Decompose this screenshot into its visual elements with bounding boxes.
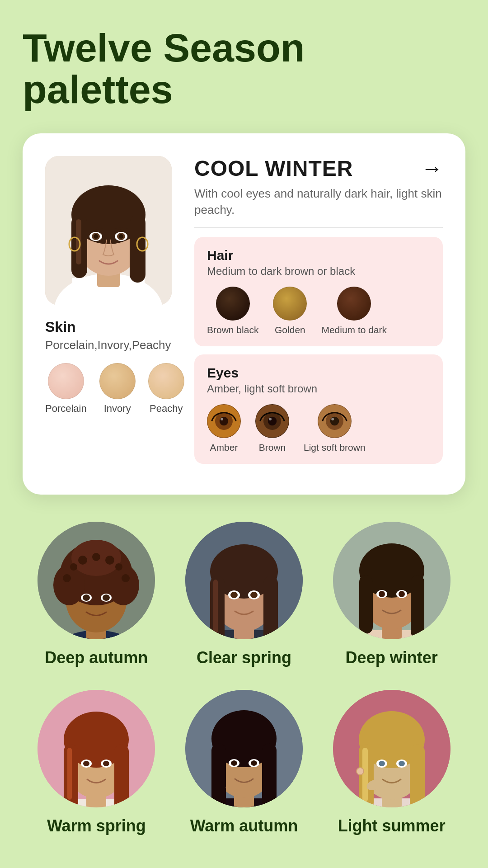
svg-rect-67 bbox=[359, 575, 373, 634]
hair-swatch-mediumdark: Medium to dark bbox=[321, 287, 387, 335]
deep-winter-label: Deep winter bbox=[346, 648, 438, 667]
svg-point-95 bbox=[251, 760, 257, 766]
clear-spring-label: Clear spring bbox=[197, 648, 291, 667]
person-grid: Deep autumn bbox=[23, 522, 465, 835]
light-summer-label: Light summer bbox=[338, 816, 446, 835]
svg-rect-91 bbox=[262, 743, 277, 807]
svg-point-29 bbox=[331, 418, 334, 420]
eyes-trait-card: Eyes Amber, light soft brown bbox=[194, 354, 443, 464]
deep-autumn-label: Deep autumn bbox=[45, 648, 148, 667]
skin-swatches: Porcelain Invory Peachy bbox=[45, 363, 184, 415]
svg-point-40 bbox=[78, 556, 87, 565]
svg-rect-9 bbox=[76, 219, 81, 264]
person-clear-spring[interactable]: Clear spring bbox=[176, 522, 312, 667]
svg-point-93 bbox=[231, 760, 237, 766]
svg-rect-80 bbox=[67, 748, 72, 800]
svg-point-59 bbox=[230, 592, 238, 598]
brown-eye-circle bbox=[255, 404, 289, 438]
svg-point-39 bbox=[70, 563, 77, 571]
eyes-swatches: Amber Brown bbox=[207, 404, 430, 453]
svg-point-21 bbox=[221, 418, 223, 420]
hair-trait-title: Hair bbox=[207, 248, 430, 263]
person-circle-warm-autumn bbox=[185, 690, 303, 807]
golden-label: Golden bbox=[275, 324, 305, 335]
warm-spring-label: Warm spring bbox=[47, 816, 146, 835]
skin-section-subtitle: Porcelain,Invory,Peachy bbox=[45, 338, 171, 352]
hair-trait-subtitle: Medium to dark brown or black bbox=[207, 265, 430, 278]
mediumdark-label: Medium to dark bbox=[321, 324, 387, 335]
hair-swatch-golden: Golden bbox=[273, 287, 307, 335]
person-warm-autumn[interactable]: Warm autumn bbox=[176, 690, 312, 835]
season-title: COOL WINTER bbox=[194, 156, 353, 181]
skin-swatch-porcelain: Porcelain bbox=[45, 363, 87, 415]
arrow-icon[interactable]: → bbox=[421, 156, 443, 181]
person-circle-deep-winter bbox=[333, 522, 450, 639]
svg-point-109 bbox=[399, 761, 405, 766]
svg-point-47 bbox=[83, 594, 90, 601]
person-light-summer[interactable]: Light summer bbox=[324, 690, 460, 835]
mediumdark-circle bbox=[337, 287, 371, 321]
divider bbox=[194, 227, 443, 228]
porcelain-circle bbox=[48, 363, 84, 399]
eye-swatch-lightbrown: Ligt soft brown bbox=[304, 404, 366, 453]
svg-point-72 bbox=[399, 591, 405, 597]
person-deep-winter[interactable]: Deep winter bbox=[324, 522, 460, 667]
eye-swatch-amber: Amber bbox=[207, 404, 241, 453]
page-container: Twelve Season palettes bbox=[0, 0, 488, 868]
brownblack-label: Brown black bbox=[207, 324, 258, 335]
peachy-label: Peachy bbox=[150, 403, 183, 415]
skin-swatch-peachy: Peachy bbox=[148, 363, 184, 415]
svg-point-61 bbox=[250, 592, 258, 598]
page-title: Twelve Season palettes bbox=[23, 27, 465, 111]
main-card: Skin Porcelain,Invory,Peachy Porcelain I… bbox=[23, 133, 465, 495]
ivory-label: Invory bbox=[104, 403, 131, 415]
season-description: With cool eyes and naturally dark hair, … bbox=[194, 185, 443, 218]
skin-section-title: Skin bbox=[45, 319, 76, 335]
person-deep-autumn[interactable]: Deep autumn bbox=[28, 522, 164, 667]
season-header: COOL WINTER → bbox=[194, 156, 443, 181]
svg-point-49 bbox=[103, 594, 110, 601]
lightbrown-eye-label: Ligt soft brown bbox=[304, 442, 366, 453]
svg-point-107 bbox=[379, 761, 385, 766]
svg-point-42 bbox=[105, 556, 114, 565]
svg-rect-90 bbox=[211, 743, 226, 807]
card-left: Skin Porcelain,Invory,Peachy Porcelain I… bbox=[45, 156, 176, 472]
warm-autumn-label: Warm autumn bbox=[190, 816, 298, 835]
brownblack-circle bbox=[216, 287, 250, 321]
svg-point-25 bbox=[269, 418, 272, 420]
porcelain-label: Porcelain bbox=[45, 403, 87, 415]
svg-rect-103 bbox=[410, 744, 425, 807]
lightbrown-eye-circle bbox=[318, 404, 352, 438]
svg-point-41 bbox=[92, 553, 100, 561]
svg-point-82 bbox=[83, 761, 89, 766]
svg-rect-57 bbox=[213, 580, 218, 634]
person-circle-clear-spring bbox=[185, 522, 303, 639]
svg-point-15 bbox=[119, 234, 123, 239]
amber-eye-circle bbox=[207, 404, 241, 438]
svg-point-12 bbox=[94, 234, 98, 239]
svg-point-28 bbox=[330, 417, 339, 425]
svg-point-24 bbox=[268, 417, 277, 425]
portrait-svg bbox=[45, 156, 172, 305]
svg-rect-79 bbox=[114, 744, 129, 807]
person-warm-spring[interactable]: Warm spring bbox=[28, 690, 164, 835]
hair-swatches: Brown black Golden Medium to dark bbox=[207, 287, 430, 335]
hair-swatch-brownblack: Brown black bbox=[207, 287, 258, 335]
card-right: COOL WINTER → With cool eyes and natural… bbox=[194, 156, 443, 472]
svg-point-20 bbox=[220, 417, 228, 425]
svg-rect-104 bbox=[362, 748, 368, 802]
svg-point-43 bbox=[115, 563, 122, 571]
ivory-circle bbox=[99, 363, 136, 399]
eyes-trait-title: Eyes bbox=[207, 365, 430, 381]
svg-point-44 bbox=[63, 574, 71, 582]
person-circle-warm-spring bbox=[38, 690, 155, 807]
person-row-2: Warm spring bbox=[23, 690, 465, 835]
brown-eye-label: Brown bbox=[259, 442, 286, 453]
svg-point-105 bbox=[357, 768, 364, 775]
golden-circle bbox=[273, 287, 307, 321]
person-circle-light-summer bbox=[333, 690, 450, 807]
person-circle-deep-autumn bbox=[38, 522, 155, 639]
svg-rect-56 bbox=[263, 576, 278, 639]
portrait-container bbox=[45, 156, 172, 305]
svg-point-70 bbox=[379, 591, 385, 597]
